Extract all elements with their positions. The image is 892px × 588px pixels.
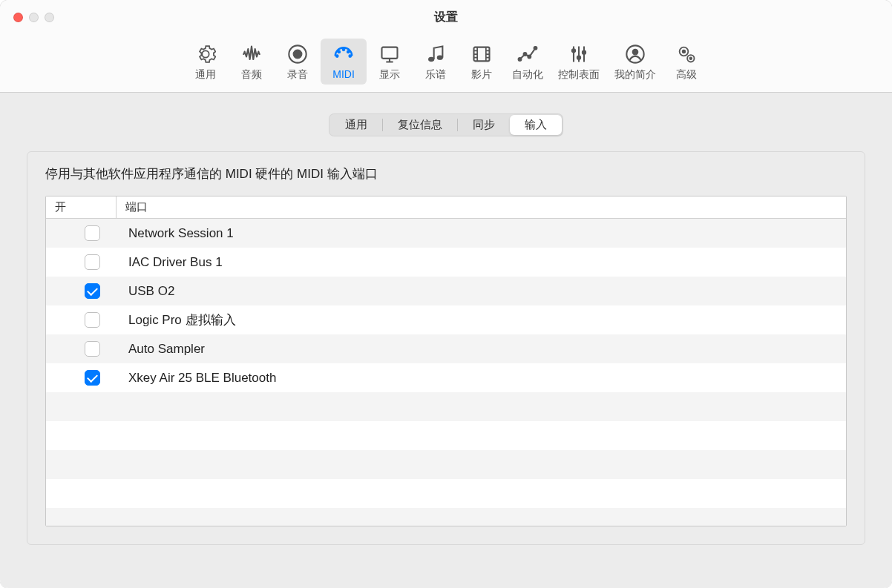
film-icon (469, 42, 494, 67)
svg-point-3 (338, 50, 341, 53)
toolbar-label: 音频 (241, 68, 262, 82)
midi-input-panel: 停用与其他软件应用程序通信的 MIDI 硬件的 MIDI 输入端口 开 端口 N… (27, 151, 865, 545)
table-row[interactable]: Logic Pro 虚拟输入 (46, 305, 846, 334)
toolbar-item-midi[interactable]: MIDI (321, 39, 367, 85)
port-checkbox[interactable] (85, 283, 100, 299)
toolbar-label: 显示 (379, 68, 400, 82)
table-body: Network Session 1 IAC Driver Bus 1 USB O… (46, 219, 846, 526)
profile-icon (623, 42, 648, 67)
panel-description: 停用与其他软件应用程序通信的 MIDI 硬件的 MIDI 输入端口 (45, 165, 847, 182)
svg-rect-7 (382, 47, 398, 59)
svg-point-12 (523, 53, 527, 56)
minimize-button[interactable] (29, 13, 39, 22)
empty-row (46, 450, 846, 479)
table-row[interactable]: Network Session 1 (46, 219, 846, 248)
svg-point-5 (336, 55, 339, 58)
toolbar-label: MIDI (332, 68, 355, 80)
empty-row (46, 421, 846, 450)
table-row[interactable]: Xkey Air 25 BLE Bluetooth (46, 363, 846, 392)
toolbar-label: 乐谱 (425, 68, 446, 82)
content-area: 通用 复位信息 同步 输入 停用与其他软件应用程序通信的 MIDI 硬件的 MI… (0, 93, 892, 588)
gears-icon (674, 42, 699, 67)
midi-ports-table: 开 端口 Network Session 1 IAC Driver Bus 1 (45, 196, 847, 526)
window-title: 设置 (12, 10, 880, 25)
svg-point-13 (528, 55, 531, 59)
titlebar: 设置 (0, 0, 892, 34)
midi-icon (331, 42, 356, 67)
record-icon (285, 42, 310, 67)
close-button[interactable] (13, 13, 23, 22)
display-icon (377, 42, 402, 67)
port-checkbox[interactable] (85, 341, 100, 357)
toolbar-label: 通用 (195, 68, 216, 82)
port-checkbox[interactable] (85, 312, 100, 328)
automation-icon (515, 42, 540, 67)
toolbar-item-audio[interactable]: 音频 (229, 39, 275, 85)
toolbar-item-general[interactable]: 通用 (183, 39, 229, 85)
port-checkbox[interactable] (85, 370, 100, 386)
svg-point-11 (518, 58, 522, 62)
toolbar-label: 控制表面 (558, 68, 600, 82)
port-name: Auto Sampler (117, 342, 846, 357)
port-checkbox[interactable] (85, 225, 100, 241)
tab-general[interactable]: 通用 (330, 115, 382, 135)
empty-row (46, 479, 846, 508)
toolbar-label: 影片 (471, 68, 492, 82)
empty-row (46, 508, 846, 526)
settings-window: 设置 通用 音频 录音 MIDI (0, 0, 892, 588)
toolbar-label: 录音 (287, 68, 308, 82)
zoom-button[interactable] (45, 13, 54, 22)
svg-point-1 (293, 50, 302, 59)
toolbar-label: 自动化 (512, 68, 543, 82)
port-checkbox[interactable] (85, 254, 100, 270)
toolbar-label: 我的简介 (614, 68, 656, 82)
svg-point-4 (347, 50, 350, 53)
svg-point-21 (682, 50, 685, 53)
svg-point-14 (534, 47, 537, 50)
svg-point-9 (437, 56, 442, 59)
port-name: Logic Pro 虚拟输入 (117, 311, 846, 328)
toolbar-item-my-info[interactable]: 我的简介 (607, 39, 663, 85)
toolbar-item-advanced[interactable]: 高级 (663, 39, 709, 85)
table-header: 开 端口 (46, 196, 846, 219)
table-row[interactable]: IAC Driver Bus 1 (46, 248, 846, 277)
port-name: Xkey Air 25 BLE Bluetooth (117, 371, 846, 386)
column-header-on[interactable]: 开 (46, 196, 117, 218)
svg-point-19 (632, 49, 637, 54)
tab-sync[interactable]: 同步 (458, 115, 510, 135)
toolbar-item-automation[interactable]: 自动化 (505, 39, 551, 85)
svg-point-15 (571, 49, 575, 53)
toolbar-item-score[interactable]: 乐谱 (413, 39, 459, 85)
port-name: Network Session 1 (117, 226, 846, 241)
preferences-toolbar: 通用 音频 录音 MIDI 显示 (0, 34, 892, 93)
table-row[interactable]: USB O2 (46, 277, 846, 305)
svg-point-17 (582, 50, 586, 54)
empty-row (46, 392, 846, 421)
toolbar-label: 高级 (676, 68, 697, 82)
score-icon (423, 42, 448, 67)
svg-point-16 (577, 56, 580, 59)
port-name: IAC Driver Bus 1 (117, 255, 846, 270)
toolbar-item-display[interactable]: 显示 (367, 39, 413, 85)
column-header-port[interactable]: 端口 (117, 196, 846, 218)
toolbar-item-movie[interactable]: 影片 (459, 39, 505, 85)
svg-point-2 (342, 48, 345, 51)
svg-point-23 (689, 57, 692, 59)
tab-reset[interactable]: 复位信息 (383, 115, 457, 135)
svg-point-6 (349, 55, 352, 58)
toolbar-item-control-surfaces[interactable]: 控制表面 (551, 39, 607, 85)
toolbar-item-record[interactable]: 录音 (275, 39, 321, 85)
gear-icon (193, 42, 218, 67)
port-name: USB O2 (117, 284, 846, 299)
tab-input[interactable]: 输入 (510, 115, 562, 135)
table-row[interactable]: Auto Sampler (46, 334, 846, 363)
sliders-icon (566, 42, 591, 67)
midi-tabs: 通用 复位信息 同步 输入 (0, 113, 892, 136)
traffic-lights (13, 13, 54, 22)
waveform-icon (239, 42, 264, 67)
